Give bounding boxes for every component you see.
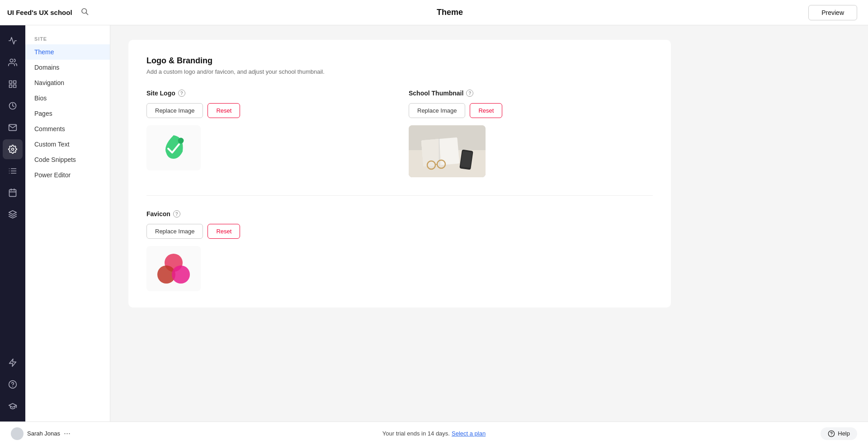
site-logo-preview — [146, 125, 201, 170]
help-icon — [828, 430, 835, 437]
sidebar-item-bios-label: Bios — [34, 95, 47, 102]
topbar-left: UI Feed's UX school — [0, 5, 91, 20]
sidebar-item-theme-label: Theme — [34, 48, 54, 56]
favicon-label: Favicon ? — [146, 210, 653, 218]
sidebar-item-pages[interactable]: Pages — [25, 106, 110, 121]
site-logo-help-icon[interactable]: ? — [178, 90, 185, 97]
svg-rect-15 — [9, 189, 16, 196]
svg-rect-4 — [14, 81, 16, 84]
sidebar-item-pages-label: Pages — [34, 110, 52, 117]
sidebar-item-power-editor[interactable]: Power Editor — [25, 167, 110, 183]
school-thumbnail-reset-button[interactable]: Reset — [470, 103, 502, 118]
preview-button[interactable]: Preview — [808, 5, 857, 20]
school-thumbnail-actions: Replace Image Reset — [409, 103, 653, 118]
favicon-image — [156, 253, 192, 284]
page-header-title: Theme — [437, 8, 463, 17]
svg-line-1 — [86, 13, 88, 14]
app-title: UI Feed's UX school — [7, 9, 72, 16]
help-label: Help — [838, 430, 850, 437]
svg-point-23 — [178, 138, 184, 144]
sidebar: SITE Theme Domains Navigation Bios Pages… — [25, 25, 110, 421]
branding-grid: Site Logo ? Replace Image Reset — [146, 90, 653, 177]
favicon-field: Favicon ? Replace Image Reset — [146, 210, 653, 291]
rail-item-people[interactable] — [3, 52, 23, 72]
svg-rect-3 — [9, 81, 12, 84]
sidebar-item-domains-label: Domains — [34, 64, 59, 71]
site-logo-actions: Replace Image Reset — [146, 103, 391, 118]
sidebar-item-code-snippets-label: Code Snippets — [34, 156, 76, 163]
school-thumbnail-replace-button[interactable]: Replace Image — [409, 103, 465, 118]
school-thumbnail-help-icon[interactable]: ? — [466, 90, 473, 97]
rail-item-calendar[interactable] — [3, 183, 23, 203]
rail-item-graduation[interactable] — [3, 396, 23, 416]
branding-card: Logo & Branding Add a custom logo and/or… — [128, 40, 671, 308]
site-logo-label: Site Logo ? — [146, 90, 391, 97]
favicon-replace-button[interactable]: Replace Image — [146, 224, 203, 239]
trial-text: Your trial ends in 14 days. — [382, 430, 450, 437]
topbar: UI Feed's UX school Theme Preview — [0, 0, 868, 25]
site-logo-image — [156, 130, 192, 166]
icon-rail — [0, 25, 25, 421]
svg-rect-5 — [14, 85, 16, 88]
favicon-help-icon[interactable]: ? — [173, 210, 180, 218]
favicon-actions: Replace Image Reset — [146, 224, 653, 239]
avatar — [11, 427, 24, 440]
svg-rect-27 — [421, 139, 442, 166]
school-thumbnail-image — [409, 125, 486, 177]
sidebar-item-bios[interactable]: Bios — [25, 90, 110, 106]
user-name: Sarah Jonas — [27, 430, 60, 437]
school-thumbnail-preview — [409, 125, 486, 177]
svg-marker-19 — [9, 211, 17, 214]
rail-item-lightning[interactable] — [3, 353, 23, 373]
svg-point-36 — [172, 265, 190, 284]
site-logo-field: Site Logo ? Replace Image Reset — [146, 90, 391, 177]
sidebar-item-power-editor-label: Power Editor — [34, 171, 71, 179]
section-title: Logo & Branding — [146, 56, 653, 66]
sidebar-item-comments-label: Comments — [34, 125, 65, 133]
rail-item-analytics[interactable] — [3, 31, 23, 51]
school-thumbnail-field: School Thumbnail ? Replace Image Reset — [409, 90, 653, 177]
main-content: Logo & Branding Add a custom logo and/or… — [110, 25, 868, 421]
sidebar-item-comments[interactable]: Comments — [25, 121, 110, 137]
favicon-reset-button[interactable]: Reset — [208, 224, 240, 239]
sidebar-item-custom-text-label: Custom Text — [34, 141, 70, 148]
trial-bar: Your trial ends in 14 days. Select a pla… — [382, 430, 486, 437]
search-button[interactable] — [78, 5, 91, 20]
svg-line-33 — [435, 164, 437, 165]
sidebar-item-custom-text[interactable]: Custom Text — [25, 137, 110, 152]
site-logo-reset-button[interactable]: Reset — [208, 103, 240, 118]
more-options-button[interactable]: ··· — [64, 429, 71, 438]
favicon-preview — [146, 246, 201, 291]
sidebar-item-theme[interactable]: Theme — [25, 44, 110, 60]
sidebar-section-label: SITE — [25, 33, 110, 44]
svg-point-2 — [10, 59, 13, 62]
school-thumbnail-label: School Thumbnail ? — [409, 90, 653, 97]
select-plan-link[interactable]: Select a plan — [452, 430, 486, 437]
bottombar-left: Sarah Jonas ··· — [11, 427, 71, 440]
svg-point-8 — [12, 148, 14, 151]
sidebar-item-navigation-label: Navigation — [34, 79, 64, 86]
rail-item-help-circle[interactable] — [3, 374, 23, 394]
rail-item-revenue[interactable] — [3, 96, 23, 116]
layout: SITE Theme Domains Navigation Bios Pages… — [0, 25, 868, 421]
rail-item-dashboard[interactable] — [3, 74, 23, 94]
help-button[interactable]: Help — [821, 427, 857, 440]
section-desc: Add a custom logo and/or favicon, and ad… — [146, 68, 653, 75]
rail-item-mail[interactable] — [3, 118, 23, 137]
rail-item-tools[interactable] — [3, 204, 23, 224]
site-logo-replace-button[interactable]: Replace Image — [146, 103, 203, 118]
rail-item-settings[interactable] — [3, 139, 23, 159]
section-divider — [146, 195, 653, 196]
svg-marker-20 — [9, 359, 16, 367]
sidebar-item-domains[interactable]: Domains — [25, 60, 110, 75]
rail-item-blocks[interactable] — [3, 161, 23, 181]
sidebar-item-navigation[interactable]: Navigation — [25, 75, 110, 90]
bottombar: Sarah Jonas ··· Your trial ends in 14 da… — [0, 421, 868, 445]
sidebar-item-code-snippets[interactable]: Code Snippets — [25, 152, 110, 167]
svg-rect-6 — [9, 85, 12, 88]
